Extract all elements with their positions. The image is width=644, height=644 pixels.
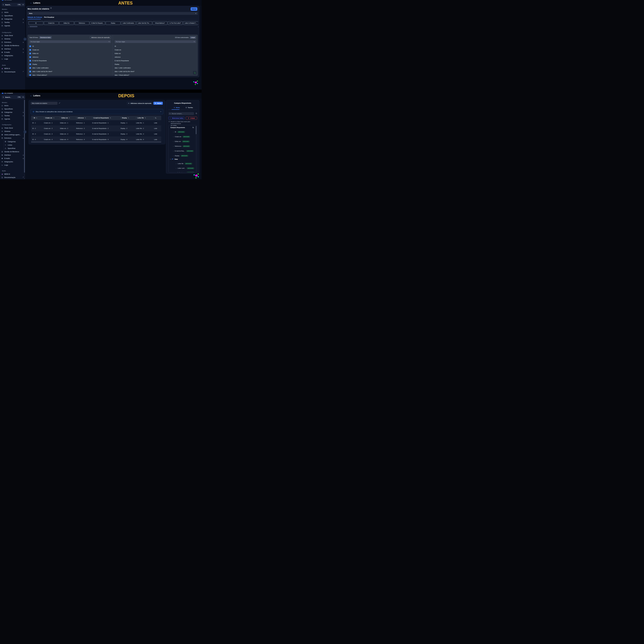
clear-button[interactable]: Limpar (190, 36, 196, 39)
close-icon[interactable]: × (160, 111, 161, 113)
sort-icon[interactable]: ⇅ (145, 117, 146, 119)
sort-icon[interactable]: ⇅ (85, 117, 86, 119)
sidebar-subitem-listas[interactable]: Listas (5, 143, 24, 147)
save-button[interactable]: Salvar (153, 102, 163, 105)
list-item[interactable]: reference (115, 56, 121, 58)
back-button[interactable]: ← (30, 94, 32, 97)
source-search-field[interactable] (30, 41, 108, 43)
list-item[interactable]: Display (115, 63, 119, 66)
sidebar-item-agent-settings[interactable]: menu.settings.agent... (1, 133, 24, 136)
list-item[interactable]: data > Virtual address? (115, 74, 129, 76)
sidebar-item-documentacao[interactable]: Documentação↗ (1, 176, 24, 179)
sidebar-item-agenda[interactable]: Agenda (1, 24, 24, 27)
data-group-row[interactable]: ▾ Data (170, 158, 178, 160)
sidebar-item-estrutura[interactable]: Estrutura∨ (1, 41, 24, 44)
itens-collapse-bar[interactable]: Itens ∨ (28, 12, 198, 15)
list-item[interactable]: ✓Criado em (29, 49, 39, 51)
sidebar-scrollbar-thumb[interactable] (24, 100, 25, 173)
sidebar-item-interface[interactable]: Interface∨ (1, 47, 24, 50)
sort-icon[interactable]: ⇅ (110, 117, 111, 119)
sidebar-item-emails[interactable]: E-mails∨ (1, 157, 24, 160)
list-item[interactable]: Editar em (115, 52, 121, 55)
sidebar-item-sistema[interactable]: Sistema (1, 130, 24, 133)
search-input[interactable]: CTRL K (2, 95, 25, 99)
tab-tarefas[interactable]: Tarefas (185, 107, 193, 108)
field-item[interactable]: ↕Letter is re...adicionado (176, 171, 194, 172)
drag-grip-icon[interactable]: ⠿ (154, 117, 155, 118)
column-chip[interactable]: Editar Em (59, 21, 74, 25)
app-logo[interactable]: kis complete (2, 93, 13, 94)
sidebar-item-interface[interactable]: Interface∨ (1, 154, 24, 157)
target-search[interactable] (115, 40, 196, 43)
list-item[interactable]: E-mail do Requisitante (115, 59, 129, 62)
drag-handle-icon[interactable]: ↕ (173, 131, 174, 133)
checkbox-checked[interactable]: ✓ (29, 45, 31, 47)
sidebar-search-field[interactable] (5, 96, 16, 98)
drag-grip-icon[interactable]: ⠿ (136, 117, 137, 118)
column-chip[interactable]: Letter Confirmation (121, 21, 136, 25)
drag-handle-icon[interactable]: ↕ (176, 168, 176, 169)
sidebar-item-inicio[interactable]: Início (1, 11, 24, 14)
drag-grip-icon[interactable]: ⠿ (76, 117, 77, 118)
search-input[interactable]: CTRL K (2, 3, 25, 6)
sidebar-item-beni-ai[interactable]: BENI AI (1, 67, 24, 70)
column-header[interactable]: ⠿E-mail do Requisitante⇅ (91, 117, 119, 119)
deselect-all-button[interactable]: Desmarcar todos (39, 36, 52, 39)
fields-scrollbar-thumb[interactable] (196, 126, 196, 134)
sidebar-item-visao-geral[interactable]: Visão Geral (1, 34, 24, 37)
sidebar-search-field[interactable] (5, 4, 16, 6)
field-item[interactable]: ↕E-mail do Req...adicionado (173, 150, 194, 152)
column-header[interactable]: ⠿Criado em⇅ (43, 117, 59, 119)
fields-search[interactable] (168, 112, 194, 115)
column-header[interactable]: ⠿Letter file⇅ (135, 117, 153, 119)
copy-icon[interactable] (196, 113, 197, 114)
checkbox-checked[interactable]: ✓ (29, 63, 31, 65)
list-item[interactable]: Criado em (115, 49, 121, 51)
drag-handle-icon[interactable]: ↕ (173, 155, 174, 156)
back-button[interactable]: ← (30, 2, 32, 4)
sidebar-scroll-up-icon[interactable]: ▲ (24, 97, 25, 98)
drag-handle-icon[interactable]: ↕ (173, 141, 174, 142)
tab-pre-visualizar[interactable]: Pré-Visualizar (44, 16, 54, 18)
table-row[interactable]: ID - 4Criado em - 4Editar em - 4Referenc… (31, 137, 161, 142)
save-button[interactable]: Salvar (191, 7, 197, 11)
checkbox-checked[interactable]: ✓ (29, 56, 31, 58)
field-item[interactable]: ↕Letter fileadicionado (176, 162, 192, 165)
edit-pencil-icon[interactable] (59, 102, 60, 104)
add-expression-column-button[interactable]: Adicionar coluna de expressão (90, 36, 111, 39)
field-item[interactable]: ↕Referenceadicionado (173, 145, 190, 147)
checkbox-checked[interactable]: ✓ (29, 74, 31, 76)
column-chip[interactable]: Reference (75, 21, 89, 25)
field-item[interactable]: ↕Editar emadicionado (173, 140, 190, 143)
sidebar-item-logs[interactable]: Logs (1, 164, 24, 167)
sidebar-item-inicio[interactable]: Início (1, 104, 24, 107)
sort-icon[interactable]: ⇅ (69, 117, 70, 119)
table-row[interactable]: ID - 3Criado em - 3Editar em - 3Referenc… (31, 131, 161, 137)
column-header[interactable]: ⠿Display⇅ (119, 117, 135, 119)
list-item[interactable]: ✓data > Virtual address? (29, 74, 47, 76)
column-header[interactable]: ⠿reference⇅ (75, 117, 91, 119)
column-chip[interactable]: Letter Is Related T... (183, 21, 198, 25)
sidebar-scroll-down-icon[interactable]: ▼ (24, 178, 25, 179)
tab-items[interactable]: Items (174, 107, 180, 108)
sidebar-item-integracoes[interactable]: Integrações (1, 160, 24, 163)
export-file-button[interactable] (193, 71, 197, 75)
list-item[interactable]: ✓data > Letter sent by the client? (29, 70, 52, 73)
column-chip[interactable]: Letter Sent By The ... (136, 21, 152, 25)
select-all-button[interactable]: Selecionar todos (168, 117, 184, 120)
sidebar-item-visao-geral[interactable]: Visão Geral (1, 126, 24, 130)
sidebar-collapse-button[interactable]: ‹ (23, 38, 27, 41)
sidebar-item-logs[interactable]: Logs (1, 57, 24, 61)
sidebar-item-gestao-membros[interactable]: Gestão de Membros (1, 150, 24, 153)
column-chip[interactable]: ID (29, 21, 43, 25)
sidebar-item-emails[interactable]: E-mails∨ (1, 51, 24, 54)
field-item[interactable]: ↕Letter conf...adicionado (176, 167, 194, 170)
list-item[interactable]: data > Letter sent by the client? (115, 70, 134, 73)
drag-grip-icon[interactable]: ⠿ (92, 117, 93, 118)
table-row[interactable]: ID - 1Criado em - 1Editar em - 1Referenc… (31, 120, 161, 126)
drag-handle-icon[interactable]: ↕ (173, 146, 174, 147)
sort-icon[interactable]: ⇅ (53, 117, 54, 119)
template-name-field[interactable] (32, 102, 56, 104)
column-chip[interactable]: Display (106, 21, 120, 25)
drag-handle-icon[interactable]: ↕ (173, 136, 174, 137)
